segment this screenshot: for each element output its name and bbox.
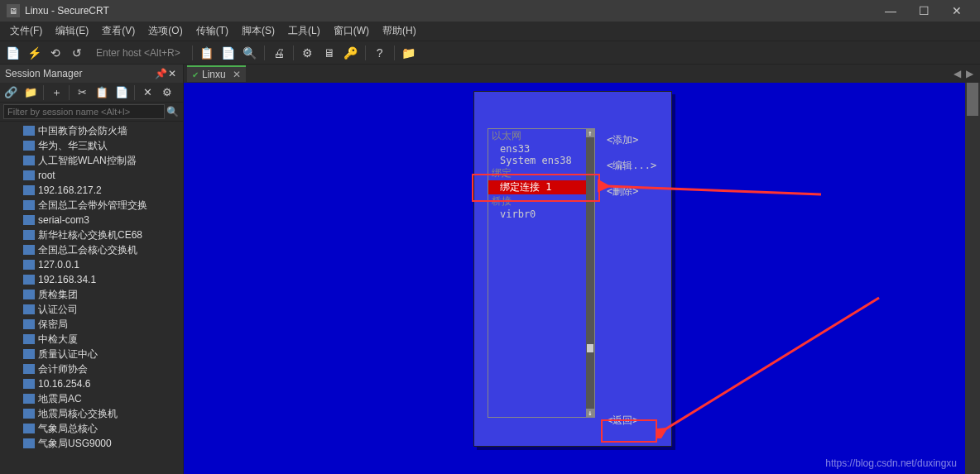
scroll-thumb[interactable] — [967, 83, 978, 116]
session-item[interactable]: 认证公司 — [0, 302, 183, 317]
minimize-button[interactable]: — — [874, 0, 907, 22]
session-item[interactable]: 气象局USG9000 — [0, 436, 183, 451]
cut-icon[interactable]: ✂ — [74, 85, 89, 100]
session-icon — [23, 156, 35, 165]
session-item[interactable]: 全国总工会带外管理交换 — [0, 198, 183, 213]
session-item[interactable]: 中国教育协会防火墙 — [0, 123, 183, 138]
session-icon[interactable]: 🖥 — [322, 45, 337, 60]
listbox-scrollbar[interactable]: ↑ ↓ — [586, 129, 594, 417]
session-icon — [23, 304, 35, 314]
sftp-icon[interactable]: 📁 — [401, 45, 416, 60]
disconnect-icon[interactable]: ↺ — [70, 45, 84, 60]
host-input[interactable]: Enter host <Alt+R> — [91, 47, 185, 59]
session-item[interactable]: root — [0, 168, 183, 183]
terminal-scrollbar[interactable] — [965, 83, 980, 474]
menu-tools[interactable]: 工具(L) — [281, 22, 327, 41]
menu-file[interactable]: 文件(F) — [3, 22, 49, 41]
maximize-button[interactable]: ☐ — [907, 0, 940, 22]
session-item[interactable]: 10.16.254.6 — [0, 376, 183, 391]
settings-icon[interactable]: ⚙ — [300, 45, 315, 60]
session-tree[interactable]: 中国教育协会防火墙华为、华三默认人工智能WLAN控制器root192.168.2… — [0, 122, 183, 474]
paste-icon[interactable]: 📄 — [221, 45, 236, 60]
session-label: 新华社核心交换机CE68 — [38, 228, 142, 242]
paste2-icon[interactable]: 📄 — [114, 85, 129, 100]
session-item[interactable]: 127.0.0.1 — [0, 257, 183, 272]
session-item[interactable]: 气象局总核心 — [0, 421, 183, 436]
connection-listbox[interactable]: 以太网 ens33 System ens38 绑定 绑定连接 1 桥接 virb… — [488, 128, 595, 418]
session-icon — [23, 141, 35, 151]
back-button[interactable]: <返回> — [607, 414, 638, 428]
tab-prev-icon[interactable]: ◀ — [954, 68, 961, 79]
tab-next-icon[interactable]: ▶ — [966, 68, 973, 79]
copy-icon[interactable]: 📋 — [199, 45, 214, 60]
menu-help[interactable]: 帮助(H) — [376, 22, 423, 41]
list-item-selected[interactable]: 绑定连接 1 — [488, 180, 594, 194]
list-item[interactable]: virbr0 — [488, 208, 594, 220]
menu-options[interactable]: 选项(O) — [142, 22, 189, 41]
scroll-up-icon[interactable]: ↑ — [586, 129, 594, 137]
session-item[interactable]: 地震局AC — [0, 391, 183, 406]
panel-close-icon[interactable]: ✕ — [166, 68, 178, 79]
watermark: https://blog.csdn.net/duxingxu — [825, 457, 957, 469]
close-button[interactable]: ✕ — [940, 0, 973, 22]
link-icon[interactable]: 🔗 — [3, 85, 18, 100]
session-label: serial-com3 — [38, 214, 89, 226]
delete-button[interactable]: <删除> — [607, 184, 656, 199]
add-icon[interactable]: ＋ — [49, 85, 64, 100]
scroll-thumb[interactable] — [587, 344, 593, 352]
terminal[interactable]: 以太网 ens33 System ens38 绑定 绑定连接 1 桥接 virb… — [184, 83, 965, 474]
tab-linxu[interactable]: ✔ Linxu ✕ — [187, 65, 246, 82]
menu-transfer[interactable]: 传输(T) — [190, 22, 235, 41]
session-label: 中检大厦 — [38, 333, 78, 347]
session-item[interactable]: 质检集团 — [0, 287, 183, 302]
session-icon — [23, 260, 35, 270]
session-item[interactable]: 192.168.34.1 — [0, 272, 183, 287]
folder-icon[interactable]: 📁 — [23, 85, 38, 100]
search-icon[interactable]: 🔍 — [165, 104, 180, 119]
session-icon — [23, 215, 35, 225]
scroll-down-icon[interactable]: ↓ — [586, 409, 594, 417]
session-label: 认证公司 — [38, 303, 78, 317]
session-item[interactable]: 新华社核心交换机CE68 — [0, 227, 183, 242]
session-label: 地震局AC — [38, 392, 82, 406]
edit-button[interactable]: <编辑...> — [607, 159, 656, 173]
pin-icon[interactable]: 📌 — [155, 68, 166, 79]
menu-window[interactable]: 窗口(W) — [327, 22, 376, 41]
network-dialog: 以太网 ens33 System ens38 绑定 绑定连接 1 桥接 virb… — [473, 91, 672, 447]
session-item[interactable]: 保密局 — [0, 317, 183, 332]
reconnect-icon[interactable]: ⟲ — [48, 45, 63, 60]
find-icon[interactable]: 🔍 — [243, 45, 257, 60]
session-item[interactable]: 质量认证中心 — [0, 347, 183, 361]
session-icon — [23, 334, 35, 344]
properties-icon[interactable]: ⚙ — [160, 85, 175, 100]
session-item[interactable]: 会计师协会 — [0, 361, 183, 376]
session-icon — [23, 424, 35, 433]
key-icon[interactable]: 🔑 — [343, 45, 358, 60]
help-icon[interactable]: ? — [372, 45, 387, 60]
list-item[interactable]: System ens38 — [488, 155, 594, 166]
window-title: Linxu - SecureCRT — [25, 5, 109, 17]
session-label: 地震局核心交换机 — [38, 407, 118, 421]
menu-edit[interactable]: 编辑(E) — [49, 22, 95, 41]
menu-view[interactable]: 查看(V) — [95, 22, 142, 41]
session-item[interactable]: serial-com3 — [0, 213, 183, 227]
session-item[interactable]: 中检大厦 — [0, 332, 183, 347]
session-item[interactable]: 地震局核心交换机 — [0, 406, 183, 421]
copy2-icon[interactable]: 📋 — [94, 85, 109, 100]
list-item[interactable]: ens33 — [488, 143, 594, 155]
quick-connect-icon[interactable]: ⚡ — [26, 45, 41, 60]
connect-icon[interactable]: 📄 — [5, 45, 20, 60]
session-item[interactable]: 华为、华三默认 — [0, 138, 183, 153]
filter-input[interactable] — [3, 104, 165, 119]
menu-script[interactable]: 脚本(S) — [235, 22, 281, 41]
session-item[interactable]: 人工智能WLAN控制器 — [0, 153, 183, 168]
session-item[interactable]: 全国总工会核心交换机 — [0, 242, 183, 257]
tab-strip: ✔ Linxu ✕ ◀ ▶ — [184, 65, 980, 83]
tab-label: Linxu — [202, 69, 226, 80]
session-item[interactable]: 192.168.217.2 — [0, 183, 183, 198]
add-button[interactable]: <添加> — [607, 133, 656, 147]
delete-icon[interactable]: ✕ — [140, 85, 155, 100]
title-bar: 🖥 Linxu - SecureCRT — ☐ ✕ — [0, 0, 980, 22]
print-icon[interactable]: 🖨 — [271, 45, 286, 60]
tab-close-icon[interactable]: ✕ — [233, 69, 241, 80]
